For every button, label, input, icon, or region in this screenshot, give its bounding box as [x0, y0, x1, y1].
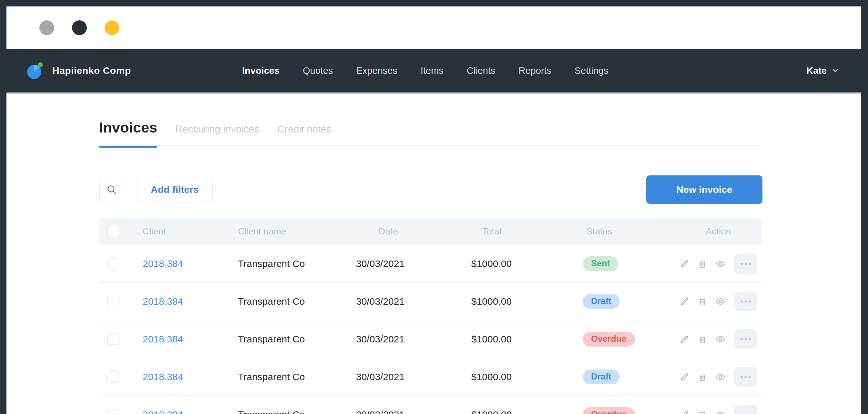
pencil-icon [680, 410, 689, 414]
status-badge: Draft [583, 370, 620, 384]
window-control-dot-dark[interactable] [72, 20, 87, 35]
date-cell: 30/03/2021 [356, 258, 471, 269]
more-button[interactable] [734, 367, 757, 387]
column-header-status: Status [587, 226, 674, 237]
table-row: 2018.384 Transparent Co 30/03/2021 $1000… [99, 283, 763, 320]
chevron-down-icon [831, 66, 840, 75]
client-name-cell: Transparent Co [238, 409, 356, 414]
total-cell: $1000.00 [471, 334, 587, 345]
invoice-number-link[interactable]: 2018.384 [143, 372, 183, 382]
row-checkbox[interactable] [107, 334, 119, 345]
brand-name: Hapiienko Comp [52, 65, 131, 76]
ellipsis-icon [740, 413, 751, 414]
client-name-cell: Transparent Co [238, 372, 356, 382]
column-header-total: Total [471, 226, 587, 237]
total-cell: $1000.00 [471, 409, 587, 414]
eye-icon [715, 258, 726, 269]
brand[interactable]: Hapiienko Comp [27, 49, 131, 92]
view-button[interactable] [715, 258, 726, 269]
more-button[interactable] [734, 254, 757, 274]
edit-button[interactable] [680, 259, 689, 269]
view-button[interactable] [715, 410, 726, 414]
nav-item-expenses[interactable]: Expenses [356, 65, 397, 76]
view-button[interactable] [715, 334, 726, 344]
edit-button[interactable] [680, 334, 689, 344]
view-button[interactable] [715, 372, 726, 382]
column-header-action: Action [674, 226, 763, 237]
column-header-client: Client [143, 226, 238, 237]
edit-button[interactable] [680, 410, 689, 414]
invoice-number-link[interactable]: 2018.384 [143, 258, 183, 269]
table-header: ClientClient nameDateTotalStatusAction [99, 218, 763, 245]
eye-icon [715, 410, 726, 414]
trash-icon [698, 372, 707, 382]
column-header-date: Date [356, 226, 471, 237]
delete-button[interactable] [698, 334, 707, 344]
pencil-icon [680, 259, 689, 269]
client-name-cell: Transparent Co [238, 258, 356, 269]
row-checkbox[interactable] [107, 371, 119, 383]
invoice-number-link[interactable]: 2018.384 [143, 409, 183, 414]
row-checkbox[interactable] [107, 409, 119, 414]
client-name-cell: Transparent Co [238, 296, 356, 307]
user-menu[interactable]: Kate [806, 49, 840, 92]
browser-titlebar [6, 6, 861, 49]
table-row: 2018.384 Transparent Co 30/03/2021 $1000… [99, 245, 763, 283]
ellipsis-icon [740, 337, 751, 341]
edit-button[interactable] [680, 297, 689, 306]
date-cell: 30/03/2021 [356, 409, 471, 414]
tab-invoices[interactable]: Invoices [99, 119, 157, 136]
table-row: 2018.384 Transparent Co 30/03/2021 $1000… [99, 358, 763, 396]
browser-window: Hapiienko Comp InvoicesQuotesExpensesIte… [0, 0, 868, 414]
tab-reccuring-invoices[interactable]: Reccuring invoices [175, 124, 259, 135]
nav-item-quotes[interactable]: Quotes [303, 65, 333, 76]
eye-icon [715, 334, 726, 344]
search-button[interactable] [99, 177, 124, 203]
delete-button[interactable] [698, 259, 707, 269]
status-badge: Draft [583, 294, 620, 309]
nav-item-settings[interactable]: Settings [575, 65, 609, 76]
tab-credit-notes[interactable]: Credit notes [277, 124, 331, 135]
ellipsis-icon [740, 375, 751, 379]
eye-icon [715, 372, 726, 382]
ellipsis-icon [740, 262, 751, 266]
edit-button[interactable] [680, 372, 689, 382]
add-filters-button[interactable]: Add filters [136, 177, 213, 203]
row-checkbox[interactable] [107, 296, 119, 307]
page-content: InvoicesReccuring invoicesCredit notes A… [6, 94, 861, 414]
total-cell: $1000.00 [471, 372, 587, 382]
window-control-dot-gray[interactable] [39, 20, 54, 35]
delete-button[interactable] [698, 410, 707, 414]
status-badge: Overdue [583, 332, 635, 347]
select-all-checkbox[interactable] [107, 226, 119, 237]
date-cell: 30/03/2021 [356, 372, 471, 382]
table-row: 2018.384 Transparent Co 30/03/2021 $1000… [99, 320, 763, 358]
date-cell: 30/03/2021 [356, 296, 471, 307]
nav-item-items[interactable]: Items [421, 65, 443, 76]
nav-item-invoices[interactable]: Invoices [242, 65, 280, 76]
pencil-icon [680, 372, 689, 382]
more-button[interactable] [734, 291, 757, 311]
table-body: 2018.384 Transparent Co 30/03/2021 $1000… [99, 245, 763, 414]
window-control-dot-yellow[interactable] [104, 20, 119, 35]
nav-item-clients[interactable]: Clients [467, 65, 495, 76]
invoice-number-link[interactable]: 2018.384 [143, 296, 183, 307]
trash-icon [698, 410, 707, 414]
row-checkbox[interactable] [107, 258, 119, 270]
trash-icon [698, 259, 707, 269]
app-navbar: Hapiienko Comp InvoicesQuotesExpensesIte… [0, 49, 868, 92]
pencil-icon [680, 297, 689, 306]
invoice-number-link[interactable]: 2018.384 [143, 334, 183, 344]
table-row: 2018.384 Transparent Co 30/03/2021 $1000… [99, 396, 763, 414]
view-button[interactable] [715, 296, 726, 307]
ellipsis-icon [740, 300, 751, 303]
new-invoice-button[interactable]: New invoice [646, 175, 763, 204]
delete-button[interactable] [698, 372, 707, 382]
delete-button[interactable] [698, 297, 707, 306]
total-cell: $1000.00 [471, 296, 587, 307]
nav-item-reports[interactable]: Reports [519, 65, 551, 76]
pencil-icon [680, 334, 689, 344]
column-header-client-name: Client name [238, 226, 356, 237]
more-button[interactable] [734, 405, 757, 414]
more-button[interactable] [734, 329, 757, 349]
